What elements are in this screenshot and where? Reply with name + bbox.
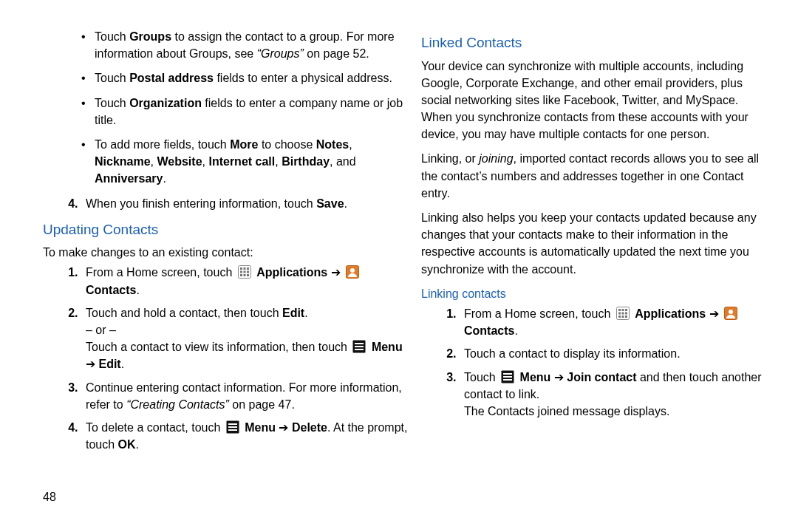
step: To delete a contact, touch Menu ➔ Delete… [81, 419, 414, 453]
paragraph: Your device can synchronize with multipl… [421, 58, 768, 143]
menu-icon [226, 420, 239, 434]
bullet: Touch Organization fields to enter a com… [95, 95, 414, 129]
bullet: Touch Groups to assign the contact to a … [95, 28, 414, 62]
bullet: To add more fields, touch More to choose… [95, 136, 414, 188]
left-column: Touch Groups to assign the contact to a … [43, 25, 414, 502]
manual-page: Touch Groups to assign the contact to a … [0, 0, 798, 532]
menu-icon [501, 370, 514, 383]
step: Touch a contact to display its informati… [460, 345, 768, 362]
step: When you finish entering information, to… [81, 195, 414, 212]
step: Continue entering contact information. F… [81, 379, 414, 413]
step: Touch Menu ➔ Join contact and then touch… [460, 369, 768, 420]
intro-text: To make changes to an existing contact: [43, 244, 414, 261]
heading-linking-contacts: Linking contacts [421, 285, 768, 302]
heading-updating-contacts: Updating Contacts [43, 219, 414, 240]
right-column: Linked Contacts Your device can synchron… [421, 25, 768, 502]
heading-linked-contacts: Linked Contacts [421, 33, 768, 53]
step: Touch and hold a contact, then touch Edi… [81, 304, 414, 373]
contacts-icon [346, 265, 359, 279]
bullet: Touch Postal address fields to enter a p… [95, 69, 414, 86]
paragraph: Linking also helps you keep your contact… [421, 209, 768, 278]
applications-icon [616, 307, 630, 320]
menu-icon [352, 340, 366, 353]
paragraph: Linking, or joining, imported contact re… [421, 150, 768, 202]
step: From a Home screen, touch Applications ➔… [460, 305, 768, 339]
page-number: 48 [43, 488, 56, 505]
step: From a Home screen, touch Applications ➔… [81, 264, 414, 298]
contacts-icon [724, 307, 737, 320]
groups-fields-bullets: Touch Groups to assign the contact to a … [43, 28, 414, 188]
applications-icon [238, 265, 251, 279]
linking-steps: From a Home screen, touch Applications ➔… [421, 305, 768, 420]
save-step: When you finish entering information, to… [43, 195, 414, 212]
updating-steps: From a Home screen, touch Applications ➔… [43, 264, 414, 453]
